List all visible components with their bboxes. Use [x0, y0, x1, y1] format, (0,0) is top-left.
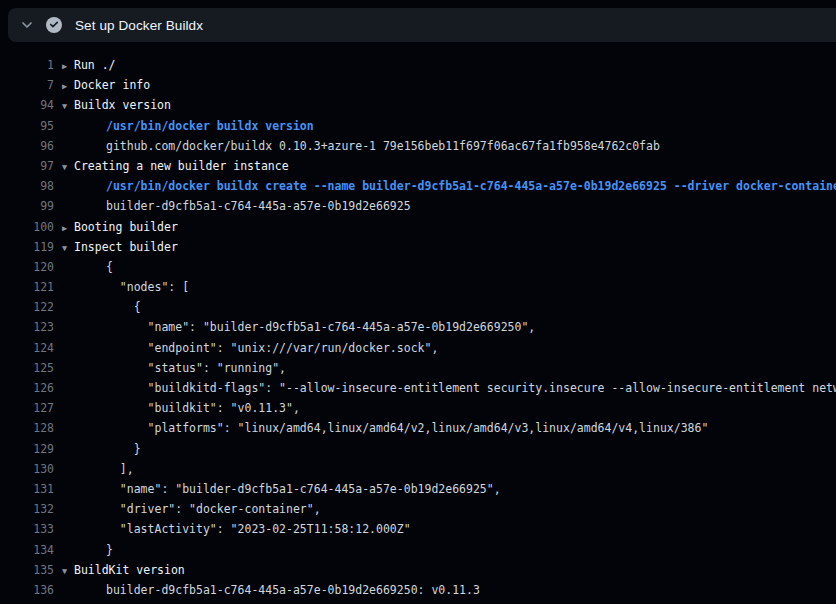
log-row: 129 } — [0, 439, 836, 459]
log-output-text: "lastActivity": "2023-02-25T11:58:12.000… — [106, 519, 411, 539]
line-number[interactable]: 95 — [0, 116, 54, 136]
caret-down-icon[interactable]: ▼ — [62, 561, 74, 581]
line-number[interactable]: 136 — [0, 580, 54, 600]
log-group-title[interactable]: Docker info — [74, 75, 150, 95]
log-group-row[interactable]: 7▶Docker info — [0, 75, 836, 95]
log-group-title[interactable]: Creating a new builder instance — [74, 156, 289, 176]
log-row: 134} — [0, 540, 836, 560]
log-output-text: "driver": "docker-container", — [106, 499, 321, 519]
line-number[interactable]: 100 — [0, 217, 54, 237]
log-output-text: } — [106, 540, 113, 560]
log-command-text: /usr/bin/docker buildx create --name bui… — [106, 176, 836, 196]
log-output-text: "platforms": "linux/amd64,linux/amd64/v2… — [106, 418, 708, 438]
log-output-text: github.com/docker/buildx 0.10.3+azure-1 … — [106, 136, 660, 156]
log-row: 136builder-d9cfb5a1-c764-445a-a57e-0b19d… — [0, 580, 836, 600]
line-number[interactable]: 122 — [0, 297, 54, 317]
log-output-text: "name": "builder-d9cfb5a1-c764-445a-a57e… — [106, 479, 501, 499]
log-row: 128 "platforms": "linux/amd64,linux/amd6… — [0, 418, 836, 438]
check-circle-icon — [46, 17, 62, 33]
log-row: 131 "name": "builder-d9cfb5a1-c764-445a-… — [0, 479, 836, 499]
line-number[interactable]: 134 — [0, 540, 54, 560]
log-group-row[interactable]: 97▼Creating a new builder instance — [0, 156, 836, 176]
line-number[interactable]: 129 — [0, 439, 54, 459]
log-row: 124 "endpoint": "unix:///var/run/docker.… — [0, 338, 836, 358]
line-number[interactable]: 99 — [0, 196, 54, 216]
log-group-title[interactable]: Inspect builder — [74, 237, 178, 257]
line-number[interactable]: 119 — [0, 237, 54, 257]
log-group-title[interactable]: BuildKit version — [74, 560, 185, 580]
line-number[interactable]: 130 — [0, 459, 54, 479]
line-number[interactable]: 97 — [0, 156, 54, 176]
log-output-text: ], — [106, 459, 134, 479]
log-row: 121 "nodes": [ — [0, 277, 836, 297]
log-group-title[interactable]: Booting builder — [74, 217, 178, 237]
caret-right-icon[interactable]: ▶ — [62, 218, 74, 238]
log-output-text: } — [106, 439, 141, 459]
log-output-text: builder-d9cfb5a1-c764-445a-a57e-0b19d2e6… — [106, 580, 480, 600]
line-number[interactable]: 94 — [0, 95, 54, 115]
log-row: 123 "name": "builder-d9cfb5a1-c764-445a-… — [0, 317, 836, 337]
log-output-text: builder-d9cfb5a1-c764-445a-a57e-0b19d2e6… — [106, 196, 411, 216]
log-viewer: 1▶Run ./7▶Docker info94▼Buildx version95… — [0, 42, 836, 604]
caret-right-icon[interactable]: ▶ — [62, 56, 74, 76]
line-number[interactable]: 120 — [0, 257, 54, 277]
line-number[interactable]: 126 — [0, 378, 54, 398]
caret-right-icon[interactable]: ▶ — [62, 76, 74, 96]
log-row: 126 "buildkitd-flags": "--allow-insecure… — [0, 378, 836, 398]
caret-down-icon[interactable]: ▼ — [62, 238, 74, 258]
line-number[interactable]: 127 — [0, 398, 54, 418]
line-number[interactable]: 123 — [0, 317, 54, 337]
log-group-title[interactable]: Run ./ — [74, 55, 116, 75]
log-row: 122 { — [0, 297, 836, 317]
log-row: 95/usr/bin/docker buildx version — [0, 116, 836, 136]
line-number[interactable]: 121 — [0, 277, 54, 297]
chevron-down-icon[interactable] — [21, 19, 33, 31]
log-row: 98/usr/bin/docker buildx create --name b… — [0, 176, 836, 196]
log-group-row[interactable]: 1▶Run ./ — [0, 55, 836, 75]
line-number[interactable]: 125 — [0, 358, 54, 378]
log-group-row[interactable]: 119▼Inspect builder — [0, 237, 836, 257]
log-row: 133 "lastActivity": "2023-02-25T11:58:12… — [0, 519, 836, 539]
line-number[interactable]: 132 — [0, 499, 54, 519]
log-output-text: "name": "builder-d9cfb5a1-c764-445a-a57e… — [106, 317, 535, 337]
log-group-row[interactable]: 100▶Booting builder — [0, 217, 836, 237]
log-group-row[interactable]: 94▼Buildx version — [0, 95, 836, 115]
log-output-text: "nodes": [ — [106, 277, 189, 297]
line-number[interactable]: 124 — [0, 338, 54, 358]
step-header[interactable]: Set up Docker Buildx — [8, 8, 836, 42]
log-row: 127 "buildkit": "v0.11.3", — [0, 398, 836, 418]
line-number[interactable]: 96 — [0, 136, 54, 156]
log-output-text: { — [106, 257, 113, 277]
line-number[interactable]: 98 — [0, 176, 54, 196]
line-number[interactable]: 131 — [0, 479, 54, 499]
step-title: Set up Docker Buildx — [75, 18, 203, 33]
log-row: 96github.com/docker/buildx 0.10.3+azure-… — [0, 136, 836, 156]
line-number[interactable]: 128 — [0, 418, 54, 438]
log-command-text: /usr/bin/docker buildx version — [106, 116, 314, 136]
log-group-row[interactable]: 135▼BuildKit version — [0, 560, 836, 580]
caret-down-icon[interactable]: ▼ — [62, 96, 74, 116]
line-number[interactable]: 7 — [0, 75, 54, 95]
log-output-text: "endpoint": "unix:///var/run/docker.sock… — [106, 338, 438, 358]
log-output-text: { — [106, 297, 141, 317]
log-output-text: "buildkit": "v0.11.3", — [106, 398, 300, 418]
log-output-text: "buildkitd-flags": "--allow-insecure-ent… — [106, 378, 836, 398]
log-output-text: "status": "running", — [106, 358, 286, 378]
caret-down-icon[interactable]: ▼ — [62, 157, 74, 177]
log-row: 130 ], — [0, 459, 836, 479]
line-number[interactable]: 133 — [0, 519, 54, 539]
log-row: 99builder-d9cfb5a1-c764-445a-a57e-0b19d2… — [0, 196, 836, 216]
log-group-title[interactable]: Buildx version — [74, 95, 171, 115]
log-row: 125 "status": "running", — [0, 358, 836, 378]
log-row: 132 "driver": "docker-container", — [0, 499, 836, 519]
log-row: 120{ — [0, 257, 836, 277]
line-number[interactable]: 1 — [0, 55, 54, 75]
line-number[interactable]: 135 — [0, 560, 54, 580]
